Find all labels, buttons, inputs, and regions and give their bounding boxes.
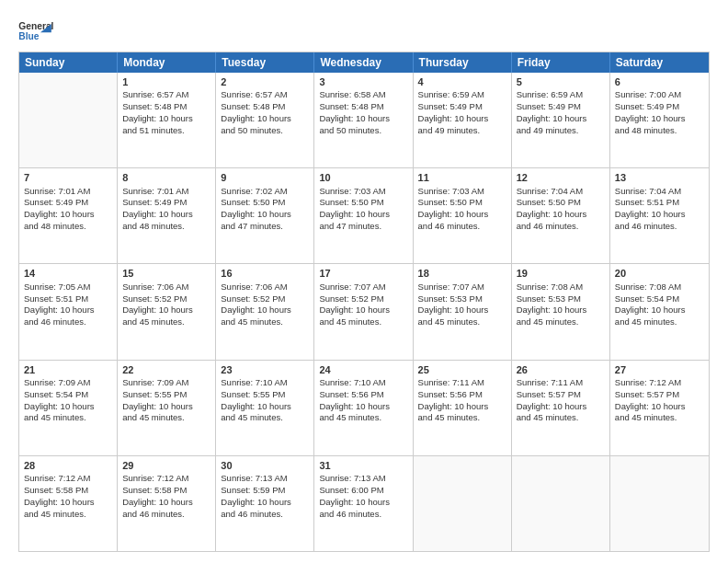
calendar-cell: 27Sunrise: 7:12 AMSunset: 5:57 PMDayligh… [610, 361, 709, 455]
day-number: 13 [615, 171, 704, 184]
calendar-cell: 10Sunrise: 7:03 AMSunset: 5:50 PMDayligh… [314, 168, 413, 263]
day-number: 18 [418, 267, 506, 280]
cell-info: Sunrise: 7:10 AMSunset: 5:56 PMDaylight:… [319, 377, 407, 424]
cell-info: Sunrise: 7:11 AMSunset: 5:57 PMDaylight:… [517, 377, 605, 424]
calendar-cell: 13Sunrise: 7:04 AMSunset: 5:51 PMDayligh… [610, 168, 709, 263]
day-number: 28 [24, 459, 112, 472]
week-row-2: 14Sunrise: 7:05 AMSunset: 5:51 PMDayligh… [19, 263, 709, 359]
calendar-cell: 17Sunrise: 7:07 AMSunset: 5:52 PMDayligh… [314, 264, 413, 359]
day-number: 20 [615, 267, 704, 280]
calendar-cell: 22Sunrise: 7:09 AMSunset: 5:55 PMDayligh… [118, 361, 216, 455]
day-number: 31 [319, 459, 407, 472]
day-number: 9 [221, 171, 309, 184]
cell-info: Sunrise: 7:03 AMSunset: 5:50 PMDaylight:… [319, 186, 407, 233]
cell-info: Sunrise: 7:06 AMSunset: 5:52 PMDaylight:… [122, 282, 210, 328]
cell-info: Sunrise: 6:59 AMSunset: 5:49 PMDaylight:… [517, 89, 605, 136]
calendar-cell: 21Sunrise: 7:09 AMSunset: 5:54 PMDayligh… [19, 361, 118, 455]
cell-info: Sunrise: 7:12 AMSunset: 5:58 PMDaylight:… [122, 473, 210, 520]
cell-info: Sunrise: 6:59 AMSunset: 5:49 PMDaylight:… [418, 89, 506, 136]
calendar-cell: 1Sunrise: 6:57 AMSunset: 5:48 PMDaylight… [118, 73, 216, 167]
calendar-cell: 29Sunrise: 7:12 AMSunset: 5:58 PMDayligh… [118, 456, 216, 551]
logo: General Blue [18, 17, 55, 44]
cell-info: Sunrise: 7:11 AMSunset: 5:56 PMDaylight:… [418, 377, 506, 424]
day-number: 21 [24, 363, 112, 376]
day-number: 4 [418, 75, 506, 88]
cell-info: Sunrise: 7:00 AMSunset: 5:49 PMDaylight:… [615, 89, 704, 136]
cell-info: Sunrise: 7:04 AMSunset: 5:51 PMDaylight:… [615, 186, 704, 233]
day-number: 6 [615, 75, 704, 88]
header-day-tuesday: Tuesday [216, 52, 314, 73]
calendar-cell: 7Sunrise: 7:01 AMSunset: 5:49 PMDaylight… [19, 168, 118, 263]
cell-info: Sunrise: 7:13 AMSunset: 6:00 PMDaylight:… [319, 473, 407, 520]
day-number: 1 [122, 75, 210, 88]
cell-info: Sunrise: 7:03 AMSunset: 5:50 PMDaylight:… [418, 186, 506, 233]
calendar-cell: 2Sunrise: 6:57 AMSunset: 5:48 PMDaylight… [216, 73, 314, 167]
cell-info: Sunrise: 7:08 AMSunset: 5:53 PMDaylight:… [517, 282, 605, 328]
cell-info: Sunrise: 7:01 AMSunset: 5:49 PMDaylight:… [122, 186, 210, 233]
day-number: 24 [319, 363, 407, 376]
calendar-cell: 6Sunrise: 7:00 AMSunset: 5:49 PMDaylight… [610, 73, 709, 167]
day-number: 8 [122, 171, 210, 184]
calendar-cell: 31Sunrise: 7:13 AMSunset: 6:00 PMDayligh… [314, 456, 413, 551]
header-day-saturday: Saturday [610, 52, 709, 73]
day-number: 3 [319, 75, 407, 88]
day-number: 25 [418, 363, 506, 376]
day-number: 7 [24, 171, 112, 184]
cell-info: Sunrise: 7:07 AMSunset: 5:53 PMDaylight:… [418, 282, 506, 328]
cell-info: Sunrise: 7:09 AMSunset: 5:54 PMDaylight:… [24, 377, 112, 424]
calendar-cell [19, 73, 118, 167]
header-day-monday: Monday [118, 52, 216, 73]
calendar-body: 1Sunrise: 6:57 AMSunset: 5:48 PMDaylight… [19, 73, 709, 551]
calendar-cell: 5Sunrise: 6:59 AMSunset: 5:49 PMDaylight… [512, 73, 610, 167]
calendar-cell [610, 456, 709, 551]
cell-info: Sunrise: 6:58 AMSunset: 5:48 PMDaylight:… [319, 89, 407, 136]
calendar-cell: 26Sunrise: 7:11 AMSunset: 5:57 PMDayligh… [512, 361, 610, 455]
day-number: 2 [221, 75, 309, 88]
day-number: 5 [517, 75, 605, 88]
header-day-friday: Friday [512, 52, 610, 73]
cell-info: Sunrise: 7:12 AMSunset: 5:58 PMDaylight:… [24, 473, 112, 520]
calendar-cell: 4Sunrise: 6:59 AMSunset: 5:49 PMDaylight… [414, 73, 512, 167]
day-number: 10 [319, 171, 407, 184]
logo-icon: General Blue [18, 17, 55, 44]
cell-info: Sunrise: 7:01 AMSunset: 5:49 PMDaylight:… [24, 186, 112, 233]
calendar-cell: 24Sunrise: 7:10 AMSunset: 5:56 PMDayligh… [314, 361, 413, 455]
cell-info: Sunrise: 7:02 AMSunset: 5:50 PMDaylight:… [221, 186, 309, 233]
day-number: 23 [221, 363, 309, 376]
calendar-cell: 12Sunrise: 7:04 AMSunset: 5:50 PMDayligh… [512, 168, 610, 263]
week-row-0: 1Sunrise: 6:57 AMSunset: 5:48 PMDaylight… [19, 73, 709, 167]
calendar-cell: 11Sunrise: 7:03 AMSunset: 5:50 PMDayligh… [414, 168, 512, 263]
calendar-cell: 9Sunrise: 7:02 AMSunset: 5:50 PMDaylight… [216, 168, 314, 263]
header: General Blue [18, 17, 710, 44]
day-number: 16 [221, 267, 309, 280]
calendar-cell: 15Sunrise: 7:06 AMSunset: 5:52 PMDayligh… [118, 264, 216, 359]
calendar-cell [414, 456, 512, 551]
calendar-cell: 14Sunrise: 7:05 AMSunset: 5:51 PMDayligh… [19, 264, 118, 359]
calendar-cell: 19Sunrise: 7:08 AMSunset: 5:53 PMDayligh… [512, 264, 610, 359]
cell-info: Sunrise: 7:10 AMSunset: 5:55 PMDaylight:… [221, 377, 309, 424]
header-day-sunday: Sunday [19, 52, 118, 73]
cell-info: Sunrise: 7:07 AMSunset: 5:52 PMDaylight:… [319, 282, 407, 328]
calendar-cell: 23Sunrise: 7:10 AMSunset: 5:55 PMDayligh… [216, 361, 314, 455]
header-day-wednesday: Wednesday [314, 52, 413, 73]
calendar-cell: 8Sunrise: 7:01 AMSunset: 5:49 PMDaylight… [118, 168, 216, 263]
day-number: 26 [517, 363, 605, 376]
calendar-cell: 20Sunrise: 7:08 AMSunset: 5:54 PMDayligh… [610, 264, 709, 359]
calendar-cell [512, 456, 610, 551]
calendar-cell: 30Sunrise: 7:13 AMSunset: 5:59 PMDayligh… [216, 456, 314, 551]
page: General Blue SundayMondayTuesdayWednesda… [0, 0, 728, 563]
day-number: 11 [418, 171, 506, 184]
day-number: 15 [122, 267, 210, 280]
week-row-3: 21Sunrise: 7:09 AMSunset: 5:54 PMDayligh… [19, 360, 709, 455]
calendar-cell: 25Sunrise: 7:11 AMSunset: 5:56 PMDayligh… [414, 361, 512, 455]
svg-text:Blue: Blue [18, 31, 40, 41]
cell-info: Sunrise: 7:04 AMSunset: 5:50 PMDaylight:… [517, 186, 605, 233]
day-number: 27 [615, 363, 704, 376]
cell-info: Sunrise: 7:05 AMSunset: 5:51 PMDaylight:… [24, 282, 112, 328]
day-number: 12 [517, 171, 605, 184]
calendar: SundayMondayTuesdayWednesdayThursdayFrid… [18, 52, 710, 552]
calendar-cell: 28Sunrise: 7:12 AMSunset: 5:58 PMDayligh… [19, 456, 118, 551]
week-row-1: 7Sunrise: 7:01 AMSunset: 5:49 PMDaylight… [19, 167, 709, 263]
calendar-cell: 3Sunrise: 6:58 AMSunset: 5:48 PMDaylight… [314, 73, 413, 167]
cell-info: Sunrise: 7:08 AMSunset: 5:54 PMDaylight:… [615, 282, 704, 328]
